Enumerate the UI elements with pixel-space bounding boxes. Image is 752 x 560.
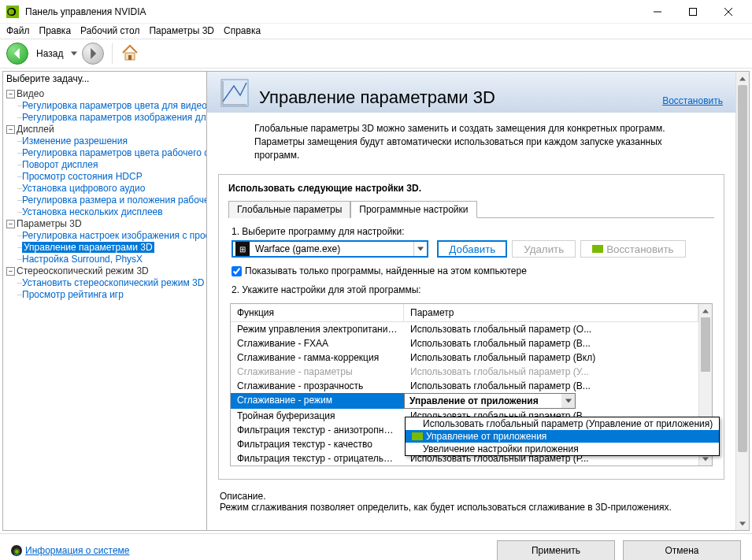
restore-link[interactable]: Восстановить [662, 95, 723, 108]
content-panel: Управление параметрами 3D Восстановить Г… [207, 71, 750, 531]
tree-item[interactable]: Регулировка параметров изображения для в… [22, 112, 206, 123]
only-found-checkbox[interactable] [232, 266, 242, 276]
table-header-function[interactable]: Функция [231, 304, 404, 321]
toolbar-separator [112, 43, 113, 64]
tree-expander-icon[interactable]: − [6, 125, 15, 134]
menu-file[interactable]: Файл [6, 25, 30, 36]
sidebar-title: Выберите задачу... [3, 72, 206, 86]
tab-global[interactable]: Глобальные параметры [228, 201, 350, 218]
step2-label: 2. Укажите настройки для этой программы: [232, 284, 711, 295]
tree-expander-icon[interactable]: − [6, 267, 15, 276]
main-area: Выберите задачу... −Видео┈Регулировка па… [0, 69, 752, 533]
close-button[interactable] [710, 1, 746, 23]
table-header-row: Функция Параметр [231, 304, 698, 322]
table-row[interactable]: Сглаживание - FXAAИспользовать глобальны… [231, 336, 698, 350]
tree-item[interactable]: Управление параметрами 3D [22, 242, 154, 253]
tree-group-label[interactable]: Дисплей [17, 124, 54, 135]
tree-item[interactable]: Изменение разрешения [22, 135, 128, 146]
table-cell-function: Сглаживание - гамма-коррекция [231, 350, 404, 365]
nvidia-logo-icon [592, 245, 603, 253]
tree-item[interactable]: Установка нескольких дисплеев [22, 206, 163, 217]
table-row[interactable]: Сглаживание - параметрыИспользовать глоб… [231, 365, 698, 379]
tree-item[interactable]: Регулировка размера и положения рабочего… [22, 195, 206, 206]
tree-item[interactable]: Поворот дисплея [22, 159, 98, 170]
tree-group-label[interactable]: Стереоскопический режим 3D [17, 265, 149, 276]
task-tree[interactable]: −Видео┈Регулировка параметров цвета для … [3, 86, 206, 530]
tree-item[interactable]: Регулировка настроек изображения с просм… [22, 230, 206, 241]
table-header-param[interactable]: Параметр [404, 304, 698, 321]
sidebar: Выберите задачу... −Видео┈Регулировка па… [2, 71, 207, 531]
tree-item[interactable]: Регулировка параметров цвета рабочего ст… [22, 147, 206, 158]
settings-group: Использовать следующие настройки 3D. Гло… [218, 174, 724, 480]
forward-button[interactable] [82, 43, 104, 65]
menu-edit[interactable]: Правка [39, 25, 72, 36]
checkbox-row: Показывать только программы, найденные н… [232, 265, 711, 276]
step1-label: 1. Выберите программу для настройки: [232, 226, 711, 237]
table-row[interactable]: Сглаживание - прозрачностьИспользовать г… [231, 379, 698, 393]
scroll-thumb[interactable] [701, 317, 710, 371]
footer-text: Режим сглаживания позволяет определить, … [220, 502, 723, 513]
table-cell-function: Режим управления электропитанием [231, 322, 404, 336]
dropdown-option[interactable]: Управление от приложения [406, 430, 719, 443]
content-scrollbar[interactable] [735, 72, 749, 530]
menu-help[interactable]: Справка [224, 25, 261, 36]
table-cell-function: Сглаживание - прозрачность [231, 379, 404, 393]
menu-desktop[interactable]: Рабочий стол [80, 25, 139, 36]
step2-section: 2. Укажите настройки для этой программы: [232, 284, 711, 295]
scroll-up-icon[interactable] [699, 304, 712, 317]
table-cell-param[interactable]: Использовать глобальный параметр (В... [404, 379, 698, 393]
bottom-bar: ◉ Информация о системе Применить Отмена [0, 533, 752, 560]
table-cell-param[interactable]: Использовать глобальный параметр (В... [404, 336, 698, 350]
mode-dropdown[interactable]: Управление от приложения [404, 393, 576, 409]
table-cell-function: Фильтрация текстур - качество [231, 437, 404, 451]
cancel-button[interactable]: Отмена [623, 540, 741, 560]
dropdown-option[interactable]: Использовать глобальный параметр (Управл… [406, 417, 719, 430]
table-cell-param[interactable]: Использовать глобальный параметр (У... [404, 365, 698, 379]
table-cell-param[interactable]: Использовать глобальный параметр (О... [404, 322, 698, 336]
program-dropdown[interactable]: ⊞ Warface (game.exe) [232, 240, 428, 258]
dropdown-option[interactable]: Увеличение настройки приложения [406, 443, 719, 455]
chevron-down-icon [413, 242, 427, 256]
table-row[interactable]: Режим управления электропитаниемИспользо… [231, 322, 698, 336]
titlebar: Панель управления NVIDIA [0, 0, 752, 24]
minimize-button[interactable] [639, 1, 675, 23]
system-info-link[interactable]: ◉ Информация о системе [11, 545, 489, 556]
content-scroll-down-icon[interactable] [736, 517, 749, 530]
home-icon[interactable] [120, 43, 139, 65]
add-button[interactable]: Добавить [437, 240, 507, 258]
table-cell-function: Фильтрация текстур - отрицательное о... [231, 451, 404, 465]
maximize-button[interactable] [675, 1, 710, 23]
table-row[interactable]: Сглаживание - гамма-коррекцияИспользоват… [231, 350, 698, 365]
restore-program-button: Восстановить [580, 240, 685, 258]
content-scroll-thumb[interactable] [738, 85, 747, 452]
program-icon: ⊞ [235, 242, 250, 256]
table-cell-function: Тройная буферизация [231, 409, 404, 423]
back-button[interactable] [6, 43, 28, 65]
tree-item[interactable]: Просмотр рейтинга игр [22, 289, 124, 300]
nvidia-app-icon [6, 6, 19, 18]
tree-item[interactable]: Установка цифрового аудио [22, 183, 145, 194]
mode-dropdown-popup[interactable]: Использовать глобальный параметр (Управл… [405, 417, 720, 456]
content-scroll-up-icon[interactable] [736, 72, 749, 85]
tree-item[interactable]: Просмотр состояния HDCP [22, 171, 143, 182]
tree-expander-icon[interactable]: − [6, 220, 15, 228]
tree-group-label[interactable]: Видео [17, 88, 44, 99]
tab-program[interactable]: Программные настройки [350, 201, 476, 218]
table-cell-param[interactable]: Использовать глобальный параметр (Вкл) [404, 350, 698, 365]
tree-group-label[interactable]: Параметры 3D [17, 218, 82, 229]
table-cell-function: Сглаживание - FXAA [231, 336, 404, 350]
program-dropdown-text: Warface (game.exe) [252, 243, 413, 254]
tree-item[interactable]: Установить стереоскопический режим 3D [22, 277, 204, 288]
restore-program-label: Восстановить [606, 243, 673, 255]
apply-button[interactable]: Применить [497, 540, 615, 560]
step1-section: 1. Выберите программу для настройки: ⊞ W… [232, 226, 711, 258]
table-cell-param[interactable]: Управление от приложения [404, 393, 698, 409]
tree-expander-icon[interactable]: − [6, 90, 15, 98]
tree-item[interactable]: Регулировка параметров цвета для видео [22, 100, 206, 111]
back-dropdown-icon[interactable] [71, 50, 77, 57]
footer-title: Описание. [220, 491, 723, 502]
table-row[interactable]: Сглаживание - режимУправление от приложе… [231, 393, 698, 409]
tree-item[interactable]: Настройка Surround, PhysX [22, 254, 143, 265]
menu-3d[interactable]: Параметры 3D [149, 25, 214, 36]
header-icon [220, 78, 250, 108]
